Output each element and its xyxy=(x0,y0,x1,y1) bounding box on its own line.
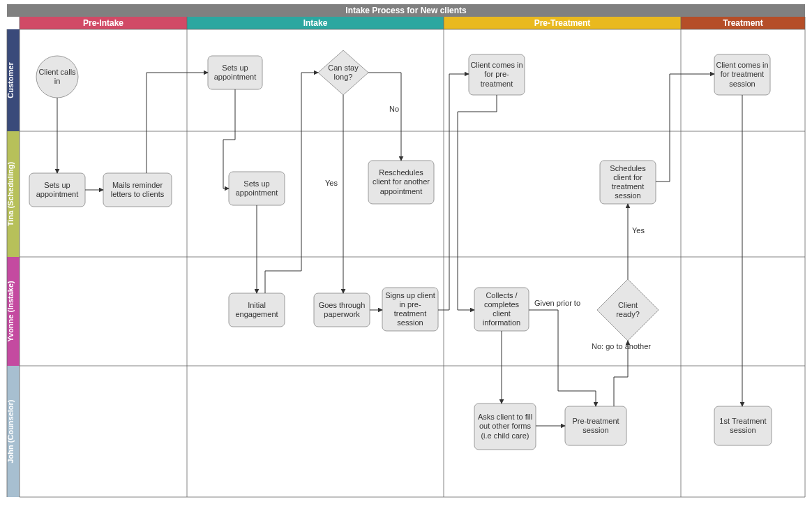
edge-label-given-prior: Given prior to xyxy=(534,299,580,307)
label-sets-up-appt-cust: Sets up appointment xyxy=(208,56,262,89)
label-client-ready: Client ready? xyxy=(604,299,652,321)
diagram-title: Intake Process for New clients xyxy=(345,6,467,15)
label-reschedules: Reschedules client for another appointme… xyxy=(368,161,434,204)
label-schedules-treatment: Schedules client for treatment session xyxy=(600,161,656,204)
svg-rect-0 xyxy=(20,29,805,497)
label-collects-info: Collects / completes client information xyxy=(474,288,529,331)
lane-label-tina: Tina (Scheduling) xyxy=(6,162,15,226)
label-client-calls-in: Client calls in xyxy=(36,63,78,91)
phase-label-intake: Intake xyxy=(303,18,328,28)
label-asks-forms: Asks client to fill out other forms (i.e… xyxy=(474,404,536,450)
label-paperwork: Goes through paperwork xyxy=(314,293,370,327)
swimlane-diagram: Intake Process for New clients Pre-Intak… xyxy=(0,0,812,518)
label-can-stay-long: Can stay long? xyxy=(322,59,364,87)
label-mails-reminder: Mails reminder letters to clients xyxy=(103,173,172,207)
lane-label-customer: Customer xyxy=(6,62,15,98)
phase-label-treatment: Treatment xyxy=(723,18,762,28)
label-client-comes-pretreatment: Client comes in for pre-treatment xyxy=(469,54,525,95)
lane-label-yvonne: Yvonne (Instake) xyxy=(6,281,15,342)
phase-label-pre-treatment: Pre-Treatment xyxy=(534,18,591,28)
lane-label-john: John (Counselor) xyxy=(6,399,15,463)
edge-label-yes: Yes xyxy=(325,179,338,187)
label-first-treatment: 1st Treatment session xyxy=(714,406,772,445)
label-sets-up-appt-tina2: Sets up appointment xyxy=(229,172,285,205)
edge-label-no: No xyxy=(389,105,399,113)
label-client-comes-treatment: Client comes in for treatment session xyxy=(714,54,770,95)
label-pre-treatment-session: Pre-treatment session xyxy=(565,406,626,445)
label-initial-engagement: Initial engagement xyxy=(229,293,285,327)
label-signs-up: Signs up client in pre-treatment session xyxy=(382,288,438,331)
edge-label-yes2: Yes xyxy=(632,226,645,235)
label-sets-up-appt-tina1: Sets up appointment xyxy=(29,173,85,207)
edge-label-no-go-another: No: go to another xyxy=(592,342,651,350)
phase-label-pre-intake: Pre-Intake xyxy=(83,18,123,28)
